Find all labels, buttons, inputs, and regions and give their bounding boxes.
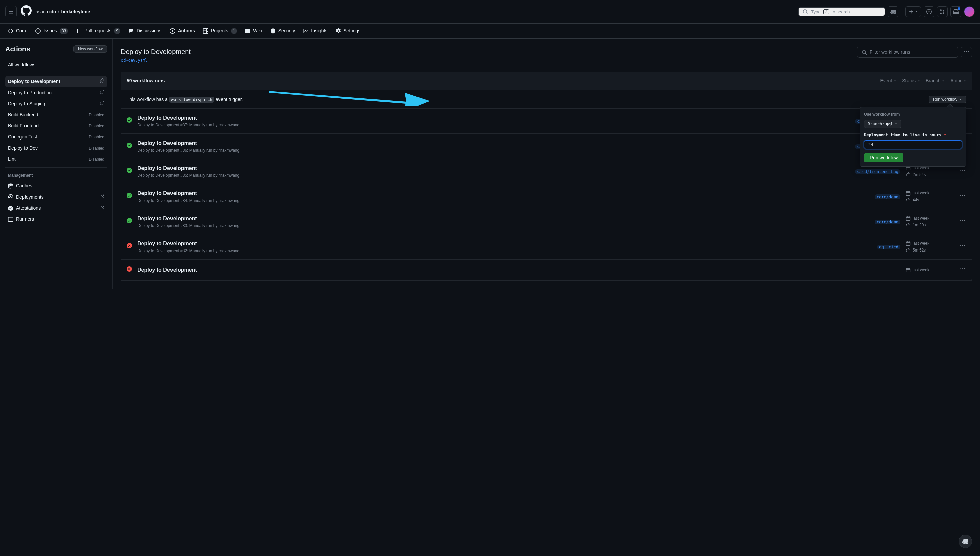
sidebar-title: Actions	[5, 44, 30, 54]
run-row[interactable]: Deploy to DevelopmentDeploy to Developme…	[121, 134, 972, 159]
run-row[interactable]: Deploy to DevelopmentDeploy to Developme…	[121, 109, 972, 134]
nav-code[interactable]: Code	[5, 24, 30, 38]
sidebar-all-workflows[interactable]: All workflows	[5, 59, 107, 70]
ttl-input[interactable]	[864, 140, 962, 149]
check-circle-icon	[126, 193, 132, 200]
filter-status[interactable]: Status	[902, 78, 920, 84]
copilot-button[interactable]	[888, 6, 899, 17]
nav-projects[interactable]: Projects 1	[200, 24, 240, 38]
run-main: Deploy to DevelopmentDeploy to Developme…	[137, 139, 850, 153]
pin-icon[interactable]	[100, 78, 104, 85]
branch-badge[interactable]: core/demo	[875, 218, 901, 225]
check-circle-icon	[126, 168, 132, 175]
workflow-name: Deploy to Staging	[8, 100, 45, 107]
new-workflow-button[interactable]: New workflow	[73, 45, 107, 53]
workflow-menu-button[interactable]	[961, 47, 972, 57]
run-main: Deploy to DevelopmentDeploy to Developme…	[137, 215, 869, 229]
nav-wiki[interactable]: Wiki	[242, 24, 264, 38]
pin-icon[interactable]	[100, 100, 104, 107]
kebab-icon	[959, 168, 965, 173]
branch-badge[interactable]: core/demo	[875, 193, 901, 200]
run-main: Deploy to DevelopmentDeploy to Developme…	[137, 189, 869, 204]
filter-event[interactable]: Event	[880, 78, 897, 84]
calendar-icon	[906, 216, 910, 221]
search-prefix: Type	[811, 10, 821, 15]
run-main: Deploy to DevelopmentDeploy to Developme…	[137, 114, 850, 128]
branch-select[interactable]: Branch: gql	[864, 120, 901, 128]
run-menu-button[interactable]	[958, 166, 966, 176]
search-button[interactable]: Type / to search	[799, 7, 885, 16]
run-menu-button[interactable]	[958, 191, 966, 202]
management-item[interactable]: Runners	[5, 213, 107, 225]
run-meta: last week1m 29s	[906, 215, 953, 228]
run-workflow-button[interactable]: Run workflow	[929, 95, 966, 103]
run-meta: last week44s	[906, 190, 953, 203]
pin-icon[interactable]	[100, 89, 104, 96]
content-header: Deploy to Development cd-dev.yaml Filter…	[121, 47, 972, 64]
run-meta: last week	[906, 267, 953, 273]
sidebar-workflow-item[interactable]: Deploy to DevDisabled	[5, 142, 107, 154]
runs-table-header: 59 workflow runs Event Status Branch	[121, 72, 972, 90]
nav-security[interactable]: Security	[267, 24, 298, 38]
run-title: Deploy to Development	[137, 139, 850, 147]
sidebar-workflow-item[interactable]: Deploy to Staging	[5, 98, 107, 109]
run-workflow-submit[interactable]: Run workflow	[864, 153, 904, 162]
avatar[interactable]	[964, 6, 975, 17]
issues-icon	[35, 28, 40, 34]
sidebar-workflow-item[interactable]: Deploy to Development	[5, 76, 107, 87]
play-icon	[170, 28, 175, 34]
nav-insights[interactable]: Insights	[300, 24, 330, 38]
run-row[interactable]: Deploy to DevelopmentDeploy to Developme…	[121, 184, 972, 209]
nav-issues[interactable]: Issues 33	[32, 24, 71, 38]
hamburger-menu-button[interactable]	[5, 6, 17, 18]
nav-discussions[interactable]: Discussions	[126, 24, 164, 38]
run-row[interactable]: Deploy to DevelopmentDeploy to Developme…	[121, 209, 972, 234]
chevron-down-icon	[893, 79, 897, 83]
breadcrumb-org[interactable]: asuc-octo	[36, 8, 56, 15]
github-logo[interactable]	[21, 5, 32, 18]
filter-runs-input[interactable]: Filter workflow runs	[857, 47, 958, 58]
run-menu-button[interactable]	[958, 242, 966, 252]
graph-icon	[303, 28, 308, 34]
nav-actions[interactable]: Actions	[167, 24, 198, 38]
sidebar-workflow-item[interactable]: LintDisabled	[5, 154, 107, 165]
sidebar-workflow-item[interactable]: Deploy to Production	[5, 87, 107, 98]
run-when: last week	[906, 241, 953, 246]
pr-count: 9	[114, 28, 120, 34]
breadcrumb-repo[interactable]: berkeleytime	[62, 8, 90, 15]
notifications-button[interactable]	[951, 6, 961, 17]
run-meta: last week2m 54s	[906, 165, 953, 178]
discussions-icon	[128, 28, 134, 34]
filter-actor[interactable]: Actor	[951, 78, 966, 84]
yaml-file-link[interactable]: cd-dev.yaml	[121, 58, 147, 63]
plus-icon	[909, 9, 914, 15]
branch-badge[interactable]: gql-cicd	[877, 244, 901, 251]
create-button[interactable]	[905, 6, 921, 17]
management-item[interactable]: Deployments	[5, 191, 107, 202]
management-name: Caches	[16, 183, 32, 189]
run-title: Deploy to Development	[137, 266, 835, 274]
kebab-icon	[959, 266, 965, 272]
branch-badge[interactable]: cicd/frontend-bug	[855, 168, 901, 175]
pull-requests-button[interactable]	[937, 6, 948, 17]
run-menu-button[interactable]	[958, 217, 966, 227]
use-workflow-from-label: Use workflow from	[864, 112, 962, 117]
run-row[interactable]: Deploy to DevelopmentDeploy to Developme…	[121, 234, 972, 260]
stopwatch-icon	[906, 172, 910, 177]
run-row[interactable]: Deploy to DevelopmentDeploy to Developme…	[121, 159, 972, 184]
run-row[interactable]: Deploy to Developmentlast week	[121, 260, 972, 281]
filter-branch[interactable]: Branch	[926, 78, 945, 84]
management-name: Deployments	[16, 194, 44, 200]
mgmt-icon	[8, 183, 13, 189]
management-item[interactable]: Caches	[5, 180, 107, 191]
nav-pull-requests[interactable]: Pull requests 9	[73, 24, 123, 38]
run-menu-button[interactable]	[958, 265, 966, 275]
nav-settings[interactable]: Settings	[333, 24, 363, 38]
run-main: Deploy to DevelopmentDeploy to Developme…	[137, 164, 850, 178]
sidebar-workflow-item[interactable]: Codegen TestDisabled	[5, 131, 107, 142]
sidebar-workflow-item[interactable]: Build FrontendDisabled	[5, 120, 107, 131]
workflow-status: Disabled	[89, 112, 104, 118]
issues-button[interactable]	[923, 6, 935, 17]
management-item[interactable]: Attestations	[5, 202, 107, 213]
sidebar-workflow-item[interactable]: Build BackendDisabled	[5, 109, 107, 120]
